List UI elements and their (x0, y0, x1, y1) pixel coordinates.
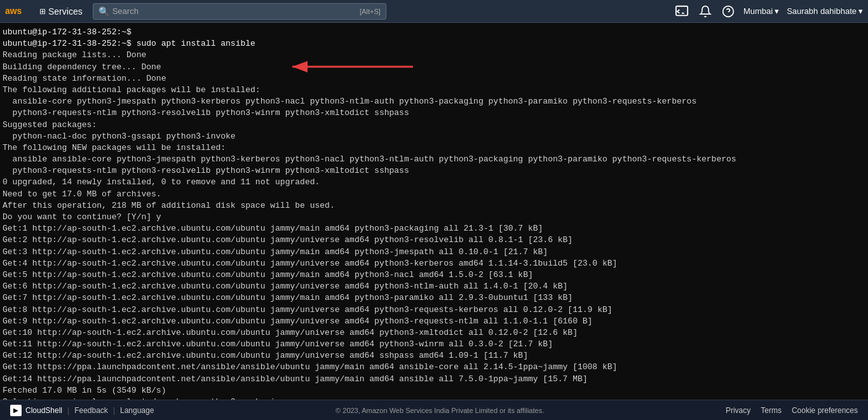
aws-logo[interactable]: aws (5, 4, 29, 18)
copyright-text: © 2023, Amazon Web Services India Privat… (336, 407, 544, 414)
chevron-down-icon: ▾ (858, 6, 863, 16)
search-icon: 🔍 (98, 6, 109, 17)
services-label: Services (48, 6, 83, 17)
region-label: Mumbai (743, 6, 773, 16)
user-menu-button[interactable]: Saurabh dahibhate ▾ (787, 6, 863, 16)
terminal-container: ubuntu@ip-172-31-38-252:~$ubuntu@ip-172-… (0, 23, 868, 400)
feedback-link[interactable]: Feedback (74, 406, 108, 415)
footer-right: Privacy Terms Cookie preferences (726, 406, 858, 415)
footer-divider: | (67, 406, 69, 415)
cloudshell-footer-icon: ▶ (10, 405, 22, 416)
region-button[interactable]: Mumbai ▾ (743, 6, 779, 16)
help-icon-button[interactable] (721, 4, 736, 19)
svg-text:aws: aws (5, 6, 22, 16)
chevron-down-icon: ▾ (775, 6, 779, 16)
search-bar[interactable]: 🔍 [Alt+S] (93, 3, 386, 20)
privacy-link[interactable]: Privacy (726, 406, 750, 415)
terminal-output[interactable]: ubuntu@ip-172-31-38-252:~$ubuntu@ip-172-… (0, 23, 868, 400)
services-button[interactable]: ⊞ Services (34, 4, 88, 19)
user-name-label: Saurabh dahibhate (787, 6, 857, 16)
terms-link[interactable]: Terms (761, 406, 782, 415)
notifications-icon-button[interactable] (698, 4, 713, 19)
top-navigation: aws ⊞ Services 🔍 [Alt+S] (0, 0, 868, 23)
footer-left: ▶ CloudShell (10, 405, 62, 416)
terminal-icon-button[interactable] (674, 3, 690, 20)
search-input[interactable] (112, 6, 357, 16)
search-shortcut: [Alt+S] (360, 8, 381, 15)
cookie-preferences-link[interactable]: Cookie preferences (792, 406, 858, 415)
footer-copyright: © 2023, Amazon Web Services India Privat… (159, 407, 721, 414)
footer-divider2: | (113, 406, 115, 415)
grid-icon: ⊞ (39, 7, 46, 16)
footer: ▶ CloudShell | Feedback | Language © 202… (0, 400, 868, 420)
nav-icons: Mumbai ▾ Saurabh dahibhate ▾ (674, 3, 863, 20)
language-link[interactable]: Language (120, 406, 154, 415)
cloudshell-footer-label: CloudShell (25, 406, 62, 415)
